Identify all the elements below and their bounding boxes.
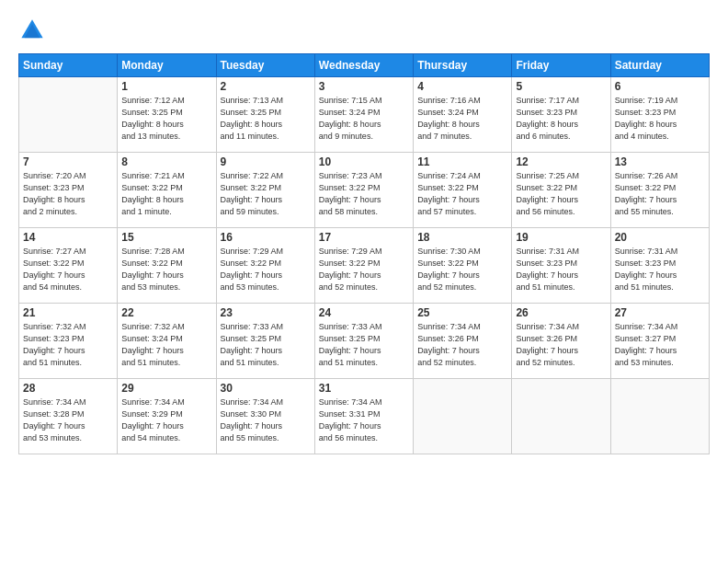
- day-cell: 7Sunrise: 7:20 AM Sunset: 3:23 PM Daylig…: [19, 153, 118, 228]
- logo-icon: [18, 17, 46, 44]
- day-info: Sunrise: 7:13 AM Sunset: 3:25 PM Dayligh…: [221, 95, 311, 143]
- day-number: 30: [221, 382, 311, 395]
- day-cell: 29Sunrise: 7:34 AM Sunset: 3:29 PM Dayli…: [118, 379, 216, 454]
- day-cell: [19, 77, 118, 153]
- day-info: Sunrise: 7:29 AM Sunset: 3:22 PM Dayligh…: [319, 246, 409, 293]
- day-cell: 10Sunrise: 7:23 AM Sunset: 3:22 PM Dayli…: [314, 153, 413, 228]
- day-number: 8: [121, 155, 211, 168]
- day-cell: 1Sunrise: 7:12 AM Sunset: 3:25 PM Daylig…: [118, 77, 216, 153]
- day-cell: 3Sunrise: 7:15 AM Sunset: 3:24 PM Daylig…: [314, 77, 413, 153]
- day-info: Sunrise: 7:34 AM Sunset: 3:26 PM Dayligh…: [516, 321, 606, 369]
- day-cell: 13Sunrise: 7:26 AM Sunset: 3:22 PM Dayli…: [610, 153, 709, 228]
- day-cell: 21Sunrise: 7:32 AM Sunset: 3:23 PM Dayli…: [19, 304, 118, 379]
- day-number: 14: [23, 231, 113, 244]
- day-cell: 31Sunrise: 7:34 AM Sunset: 3:31 PM Dayli…: [314, 379, 413, 454]
- day-cell: 25Sunrise: 7:34 AM Sunset: 3:26 PM Dayli…: [414, 304, 512, 379]
- day-cell: 22Sunrise: 7:32 AM Sunset: 3:24 PM Dayli…: [118, 304, 216, 379]
- day-cell: 26Sunrise: 7:34 AM Sunset: 3:26 PM Dayli…: [512, 304, 610, 379]
- calendar-header-saturday: Saturday: [610, 54, 709, 77]
- calendar-header-wednesday: Wednesday: [314, 54, 413, 77]
- day-cell: 23Sunrise: 7:33 AM Sunset: 3:25 PM Dayli…: [216, 304, 314, 379]
- day-cell: 20Sunrise: 7:31 AM Sunset: 3:23 PM Dayli…: [610, 228, 709, 304]
- day-info: Sunrise: 7:20 AM Sunset: 3:23 PM Dayligh…: [23, 170, 113, 218]
- day-info: Sunrise: 7:34 AM Sunset: 3:31 PM Dayligh…: [319, 396, 409, 444]
- day-number: 12: [516, 155, 606, 168]
- calendar-header-tuesday: Tuesday: [216, 54, 314, 77]
- day-cell: 12Sunrise: 7:25 AM Sunset: 3:22 PM Dayli…: [512, 153, 610, 228]
- day-info: Sunrise: 7:21 AM Sunset: 3:22 PM Dayligh…: [121, 170, 211, 218]
- day-cell: [610, 379, 709, 454]
- calendar-page: SundayMondayTuesdayWednesdayThursdayFrid…: [0, 0, 728, 563]
- day-number: 25: [417, 306, 507, 319]
- day-number: 23: [221, 306, 311, 319]
- day-info: Sunrise: 7:34 AM Sunset: 3:29 PM Dayligh…: [121, 396, 211, 444]
- day-info: Sunrise: 7:30 AM Sunset: 3:22 PM Dayligh…: [417, 246, 507, 293]
- day-cell: 8Sunrise: 7:21 AM Sunset: 3:22 PM Daylig…: [118, 153, 216, 228]
- day-number: 10: [319, 155, 409, 168]
- day-cell: 5Sunrise: 7:17 AM Sunset: 3:23 PM Daylig…: [512, 77, 610, 153]
- logo: [18, 17, 48, 44]
- header: [18, 17, 710, 44]
- day-cell: [512, 379, 610, 454]
- day-number: 6: [615, 80, 705, 93]
- day-info: Sunrise: 7:34 AM Sunset: 3:26 PM Dayligh…: [417, 321, 507, 369]
- day-info: Sunrise: 7:22 AM Sunset: 3:22 PM Dayligh…: [221, 170, 311, 218]
- day-number: 4: [417, 80, 507, 93]
- day-number: 18: [417, 231, 507, 244]
- calendar-table: SundayMondayTuesdayWednesdayThursdayFrid…: [18, 53, 710, 454]
- calendar-header-monday: Monday: [118, 54, 216, 77]
- day-info: Sunrise: 7:23 AM Sunset: 3:22 PM Dayligh…: [319, 170, 409, 218]
- day-info: Sunrise: 7:12 AM Sunset: 3:25 PM Dayligh…: [121, 95, 211, 143]
- day-number: 19: [516, 231, 606, 244]
- calendar-header-thursday: Thursday: [414, 54, 512, 77]
- day-info: Sunrise: 7:33 AM Sunset: 3:25 PM Dayligh…: [221, 321, 311, 369]
- day-number: 20: [615, 231, 705, 244]
- day-number: 29: [121, 382, 211, 395]
- day-info: Sunrise: 7:15 AM Sunset: 3:24 PM Dayligh…: [319, 95, 409, 143]
- day-number: 28: [23, 382, 113, 395]
- day-number: 9: [221, 155, 311, 168]
- day-info: Sunrise: 7:33 AM Sunset: 3:25 PM Dayligh…: [319, 321, 409, 369]
- day-info: Sunrise: 7:25 AM Sunset: 3:22 PM Dayligh…: [516, 170, 606, 218]
- day-info: Sunrise: 7:32 AM Sunset: 3:23 PM Dayligh…: [23, 321, 113, 369]
- calendar-header-friday: Friday: [512, 54, 610, 77]
- day-info: Sunrise: 7:29 AM Sunset: 3:22 PM Dayligh…: [221, 246, 311, 293]
- day-cell: 6Sunrise: 7:19 AM Sunset: 3:23 PM Daylig…: [610, 77, 709, 153]
- day-number: 26: [516, 306, 606, 319]
- day-cell: 4Sunrise: 7:16 AM Sunset: 3:24 PM Daylig…: [414, 77, 512, 153]
- day-number: 7: [23, 155, 113, 168]
- day-number: 3: [319, 80, 409, 93]
- day-info: Sunrise: 7:31 AM Sunset: 3:23 PM Dayligh…: [615, 246, 705, 293]
- day-info: Sunrise: 7:34 AM Sunset: 3:27 PM Dayligh…: [615, 321, 705, 369]
- calendar-header-row: SundayMondayTuesdayWednesdayThursdayFrid…: [19, 54, 710, 77]
- week-row-2: 14Sunrise: 7:27 AM Sunset: 3:22 PM Dayli…: [19, 228, 710, 304]
- day-info: Sunrise: 7:34 AM Sunset: 3:30 PM Dayligh…: [221, 396, 311, 444]
- day-cell: 9Sunrise: 7:22 AM Sunset: 3:22 PM Daylig…: [216, 153, 314, 228]
- day-number: 31: [319, 382, 409, 395]
- day-cell: [414, 379, 512, 454]
- week-row-4: 28Sunrise: 7:34 AM Sunset: 3:28 PM Dayli…: [19, 379, 710, 454]
- day-number: 17: [319, 231, 409, 244]
- calendar-header-sunday: Sunday: [19, 54, 118, 77]
- day-cell: 16Sunrise: 7:29 AM Sunset: 3:22 PM Dayli…: [216, 228, 314, 304]
- day-number: 27: [615, 306, 705, 319]
- day-cell: 15Sunrise: 7:28 AM Sunset: 3:22 PM Dayli…: [118, 228, 216, 304]
- day-info: Sunrise: 7:16 AM Sunset: 3:24 PM Dayligh…: [417, 95, 507, 143]
- day-info: Sunrise: 7:27 AM Sunset: 3:22 PM Dayligh…: [23, 246, 113, 293]
- day-number: 2: [221, 80, 311, 93]
- day-cell: 14Sunrise: 7:27 AM Sunset: 3:22 PM Dayli…: [19, 228, 118, 304]
- day-number: 11: [417, 155, 507, 168]
- day-cell: 27Sunrise: 7:34 AM Sunset: 3:27 PM Dayli…: [610, 304, 709, 379]
- day-cell: 30Sunrise: 7:34 AM Sunset: 3:30 PM Dayli…: [216, 379, 314, 454]
- week-row-1: 7Sunrise: 7:20 AM Sunset: 3:23 PM Daylig…: [19, 153, 710, 228]
- day-number: 15: [121, 231, 211, 244]
- day-info: Sunrise: 7:31 AM Sunset: 3:23 PM Dayligh…: [516, 246, 606, 293]
- day-cell: 11Sunrise: 7:24 AM Sunset: 3:22 PM Dayli…: [414, 153, 512, 228]
- day-info: Sunrise: 7:26 AM Sunset: 3:22 PM Dayligh…: [615, 170, 705, 218]
- day-info: Sunrise: 7:32 AM Sunset: 3:24 PM Dayligh…: [121, 321, 211, 369]
- day-number: 1: [121, 80, 211, 93]
- day-number: 16: [221, 231, 311, 244]
- day-info: Sunrise: 7:24 AM Sunset: 3:22 PM Dayligh…: [417, 170, 507, 218]
- day-number: 13: [615, 155, 705, 168]
- day-cell: 18Sunrise: 7:30 AM Sunset: 3:22 PM Dayli…: [414, 228, 512, 304]
